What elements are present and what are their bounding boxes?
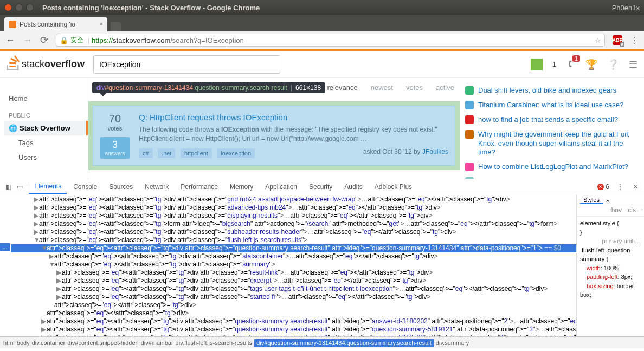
dom-node[interactable]: ▶attr">classeq">="eq"><attr">classeq">="… (11, 228, 576, 236)
devtools-tab-performance[interactable]: Performance (175, 179, 223, 194)
network-link[interactable]: Why might the government keep the gold a… (478, 130, 639, 158)
search-input[interactable] (93, 55, 280, 74)
chrome-menu-icon[interactable]: ⋮ (630, 35, 639, 46)
error-count[interactable]: ✕6 (597, 183, 609, 191)
styles-more[interactable]: » (603, 197, 613, 204)
dom-node[interactable]: ▶attr">classeq">="eq"><attr">classeq">="… (11, 285, 576, 293)
dom-node[interactable]: ▶attr">classeq">="eq"><attr">classeq">="… (11, 204, 576, 212)
breadcrumb-item[interactable]: div.flush-left.js-search-results (176, 340, 253, 346)
sort-relevance[interactable]: relevance (327, 83, 357, 92)
devtools-tab-elements[interactable]: Elements (29, 179, 67, 194)
tag[interactable]: c# (139, 148, 153, 158)
summary: Q: HttpClient request throws IOException… (139, 113, 448, 159)
nav-stackoverflow[interactable]: 🌐Stack Overflow (4, 121, 88, 135)
styles-panel[interactable]: Styles » :hov .cls + element.style { } p… (576, 194, 644, 336)
tag[interactable]: .net (158, 148, 175, 158)
brand-a: stack (22, 58, 44, 70)
dom-node[interactable]: ▶attr">classeq">="eq"><attr">classeq">="… (11, 196, 576, 204)
dom-node[interactable]: ▼attr">classeq">="eq"><attr">classeq">="… (11, 236, 576, 244)
sort-votes[interactable]: votes (406, 83, 423, 92)
devtools-breadcrumbs[interactable]: htmlbodydiv.containerdiv#content.snippet… (0, 336, 644, 348)
new-tab-button[interactable] (111, 22, 121, 31)
network-question[interactable]: Dual shift levers, old bike and indexed … (465, 83, 639, 98)
question-summary[interactable]: 70 votes 3 answers Q: HttpClient request… (93, 106, 455, 166)
author-link[interactable]: JFoulkes (422, 148, 448, 155)
nav-home[interactable]: Home (4, 91, 88, 106)
dom-node[interactable]: ▶attr">classeq">="eq"><attr">classeq">="… (11, 212, 576, 220)
network-question[interactable]: How to combine ListLogLogPlot and Matrix… (465, 160, 639, 174)
devtools-tab-audits[interactable]: Audits (339, 179, 368, 194)
help-icon[interactable]: ❔ (607, 58, 619, 70)
address-bar[interactable]: 🔒 安全 | https://stackoverflow.com/search?… (56, 34, 605, 47)
network-question[interactable]: Why might the government keep the gold a… (465, 127, 639, 160)
dom-node[interactable]: ▼attr">classeq">="eq"><attr">classeq">="… (11, 261, 576, 269)
nav-users[interactable]: Users (4, 150, 88, 165)
devtools-tab-security[interactable]: Security (304, 179, 338, 194)
styles-tab[interactable]: Styles (580, 197, 603, 204)
breadcrumb-item[interactable]: div#content.snippet-hidden (67, 340, 138, 346)
so-logo[interactable]: stackoverflow (7, 55, 85, 73)
network-link[interactable]: Dual shift levers, old bike and indexed … (478, 86, 616, 95)
avatar[interactable] (531, 58, 543, 70)
cls-toggle[interactable]: .cls (626, 206, 636, 214)
site-switcher-icon[interactable]: ☰ (629, 58, 637, 70)
dom-node[interactable]: ▶attr">classeq">="eq"><attr">classeq">="… (11, 269, 576, 277)
tag[interactable]: ioexception (217, 148, 255, 158)
sort-active[interactable]: active (436, 83, 454, 92)
dom-node[interactable]: ▶attr">classeq">="eq"><attr">classeq">="… (11, 293, 576, 301)
devtools-tab-adblock plus[interactable]: Adblock Plus (369, 179, 417, 194)
so-search[interactable] (93, 55, 280, 74)
network-question[interactable]: Titanium Carabiner: what is its ideal us… (465, 98, 639, 113)
dom-node[interactable]: ▶attr">classeq">="eq"><attr">classeq">="… (11, 334, 576, 336)
dom-node[interactable]: ▶attr">classeq">="eq"><attr">classeq">="… (11, 317, 576, 326)
network-link[interactable]: how to find a job that sends a specific … (478, 115, 618, 125)
network-question[interactable]: how to find a job that sends a specific … (465, 113, 639, 127)
sort-newest[interactable]: newest (371, 83, 393, 92)
elements-panel[interactable]: … ▶attr">classeq">="eq"><attr">classeq">… (0, 194, 576, 336)
breadcrumb-item[interactable]: div#question-summary-13141434.question-s… (254, 339, 434, 347)
devtools-tab-memory[interactable]: Memory (224, 179, 259, 194)
reload-button[interactable]: ⟳ (40, 34, 48, 46)
tab-close-icon[interactable]: × (99, 21, 103, 28)
inspect-icon[interactable]: ◧ (3, 183, 14, 191)
dom-node[interactable]: ▶attr">classeq">="eq"><attr">classeq">="… (11, 277, 576, 285)
window-maximize[interactable] (26, 4, 34, 11)
dom-node[interactable]: ▼attr">classeq">="eq"><attr">classeq">="… (11, 244, 576, 252)
window-minimize[interactable] (15, 4, 23, 11)
breadcrumb-item[interactable]: div.summary (436, 340, 469, 346)
achievements-icon[interactable]: 🏆 (585, 58, 597, 70)
breadcrumb-item[interactable]: div#mainbar (141, 340, 173, 346)
dom-node[interactable]: ▶attr">classeq">="eq"><attr">classeq">="… (11, 252, 576, 261)
forward-button[interactable]: → (23, 35, 33, 46)
dom-node[interactable]: attr">classeq">="eq"></attr">classeq">="… (11, 301, 576, 309)
devtools-tab-application[interactable]: Application (260, 179, 302, 194)
window-close[interactable] (4, 4, 12, 11)
abp-extension-icon[interactable]: ABP 6 (613, 35, 622, 45)
device-icon[interactable]: ▭ (15, 183, 25, 191)
devtools-close-icon[interactable]: ✕ (631, 183, 641, 191)
network-question[interactable]: How do multiple mana increasers stack? (465, 174, 639, 179)
bookmark-icon[interactable]: ☆ (595, 36, 601, 44)
devtools-tab-network[interactable]: Network (139, 179, 174, 194)
network-link[interactable]: Titanium Carabiner: what is its ideal us… (478, 101, 623, 110)
breadcrumb-item[interactable]: body (17, 340, 30, 346)
question-title[interactable]: Q: HttpClient request throws IOException (139, 113, 448, 122)
tag[interactable]: httpclient (181, 148, 212, 158)
devtools-tab-console[interactable]: Console (68, 179, 102, 194)
breadcrumb-item[interactable]: div.container (32, 340, 66, 346)
site-icon (465, 101, 474, 109)
browser-tab[interactable]: Posts containing 'io × (4, 17, 107, 31)
back-button[interactable]: ← (5, 35, 15, 46)
network-link[interactable]: How to combine ListLogLogPlot and Matrix… (478, 162, 628, 172)
hov-toggle[interactable]: :hov (609, 206, 622, 214)
devtools-tab-sources[interactable]: Sources (104, 179, 138, 194)
devtools-menu-icon[interactable]: ⋮ (615, 183, 626, 191)
network-link[interactable]: How do multiple mana increasers stack? (478, 177, 604, 179)
dom-node[interactable]: ▶attr">classeq">="eq"><attr">classeq">="… (11, 220, 576, 228)
add-rule[interactable]: + (640, 206, 644, 214)
inbox-icon[interactable]: 🕻1 (566, 58, 576, 70)
breadcrumb-item[interactable]: html (3, 340, 15, 346)
dom-node[interactable]: ▶attr">classeq">="eq"><attr">classeq">="… (11, 326, 576, 334)
dom-node[interactable]: attr">classeq">="eq"></attr">classeq">="… (11, 309, 576, 317)
nav-tags[interactable]: Tags (4, 135, 88, 150)
